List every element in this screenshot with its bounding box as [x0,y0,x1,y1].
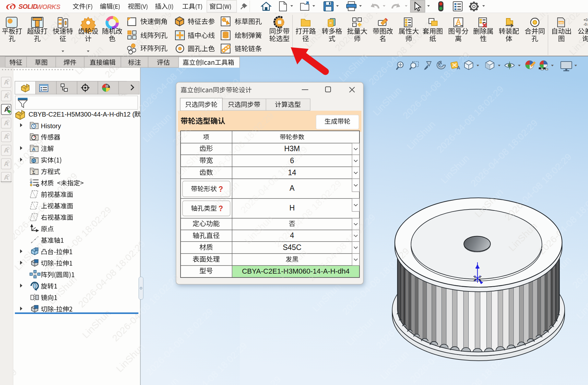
svg-text:A: A [4,174,8,181]
svg-text:+0.0: +0.0 [583,18,588,22]
svg-text:DWG: DWG [558,22,564,24]
svg-text:SOLID: SOLID [18,3,37,10]
svg-text:A: A [4,92,8,99]
svg-text:CBYB-C2E1-H5M300-44-A-H-dh12 (: CBYB-C2E1-H5M300-44-A-H-dh12 ( [29,111,135,118]
svg-text:Σ: Σ [32,170,35,175]
svg-text:History: History [41,122,61,130]
svg-text:A: A [4,133,8,140]
svg-text:A: A [457,65,460,70]
svg-text:A: A [32,146,36,152]
svg-text:A: A [4,147,8,154]
svg-text:A: A [4,119,8,127]
svg-text:WORKS: WORKS [36,3,61,10]
svg-text:A: A [4,160,8,167]
svg-text:A: A [4,79,8,86]
svg-text:-0.0: -0.0 [583,22,588,26]
